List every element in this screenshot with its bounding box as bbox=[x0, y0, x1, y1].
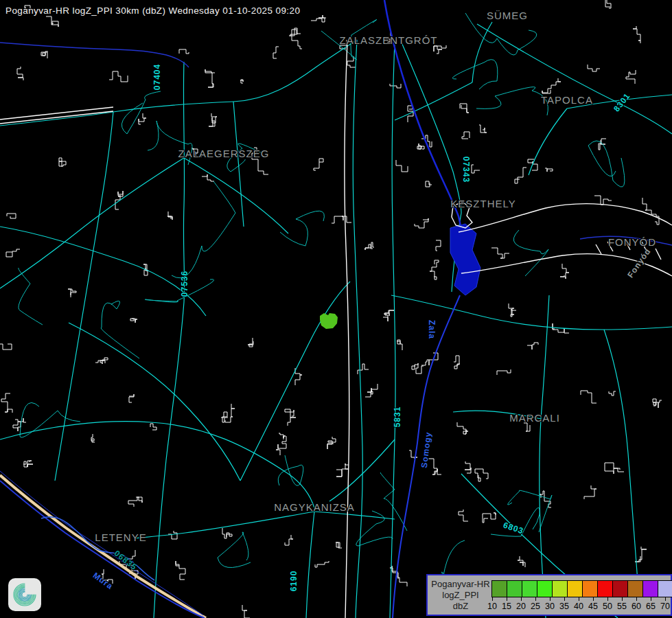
road-number-label: 5831 bbox=[393, 407, 402, 428]
kis-balaton-water bbox=[450, 224, 480, 295]
legend-tick-label: 20 bbox=[516, 602, 526, 611]
legend-swatch bbox=[537, 580, 553, 597]
legend-radar-name: Poganyvar-HR bbox=[429, 579, 492, 590]
city-label: KESZTHELY bbox=[450, 198, 515, 209]
road-number-label: 07404 bbox=[152, 64, 162, 90]
road-number-label: 6190 bbox=[289, 571, 299, 592]
city-label: MARCALI bbox=[509, 412, 560, 424]
city-label: SÜMEG bbox=[487, 10, 528, 21]
legend-tick bbox=[550, 597, 551, 601]
city-label: FONYÓD bbox=[608, 236, 656, 248]
legend-tick-label: 65 bbox=[646, 602, 656, 611]
legend-tick-label: 50 bbox=[603, 602, 612, 611]
legend-swatch bbox=[522, 580, 537, 597]
road-number-label: 07343 bbox=[461, 157, 471, 183]
legend-tick-label: 25 bbox=[531, 602, 540, 611]
legend-tick bbox=[535, 597, 536, 601]
legend-axis: 10152025303540455055606570 bbox=[492, 597, 667, 615]
map-title: Poganyvar-HR logZ_PPI 30km (dbZ) Wednesd… bbox=[5, 5, 300, 16]
legend-swatch bbox=[582, 580, 598, 597]
legend-unit: dbZ bbox=[429, 601, 492, 612]
radar-echo-blob bbox=[320, 313, 338, 329]
legend-tick bbox=[593, 597, 594, 601]
legend-tick bbox=[665, 597, 666, 601]
legend-colorbar bbox=[492, 580, 672, 597]
city-label: LETENYE bbox=[95, 531, 146, 543]
legend-swatch bbox=[491, 580, 507, 597]
legend-swatch bbox=[612, 580, 628, 597]
city-label: NAGYKANIZSA bbox=[274, 501, 355, 513]
legend-swatch bbox=[597, 580, 613, 597]
rivers bbox=[0, 0, 672, 618]
met-spiral-logo bbox=[8, 578, 41, 611]
settlement-outlines bbox=[0, 0, 662, 618]
map-linework bbox=[0, 0, 672, 618]
radar-map-view: Poganyvar-HR logZ_PPI 30km (dbZ) Wednesd… bbox=[0, 0, 672, 618]
legend-tick-label: 45 bbox=[588, 602, 598, 611]
legend-tick bbox=[622, 597, 623, 601]
legend-tick-label: 40 bbox=[574, 602, 583, 611]
legend-swatch bbox=[658, 580, 672, 597]
legend-tick bbox=[492, 597, 493, 601]
spiral-icon bbox=[8, 578, 41, 611]
river-name-label: Zala bbox=[427, 320, 437, 339]
legend-tick bbox=[636, 597, 637, 601]
city-label: ZALAEGERSZEG bbox=[178, 148, 270, 159]
legend-tick-label: 55 bbox=[617, 602, 627, 611]
legend-tick bbox=[507, 597, 507, 601]
city-label: ZALASZENTGRÓT bbox=[339, 34, 437, 46]
legend-swatch bbox=[567, 580, 583, 597]
legend-tick-label: 10 bbox=[487, 602, 497, 611]
legend-tick bbox=[521, 597, 522, 601]
legend-swatch bbox=[642, 580, 658, 597]
legend-tick bbox=[607, 597, 608, 601]
legend-tick-label: 35 bbox=[559, 602, 569, 611]
legend-tick-label: 70 bbox=[660, 602, 670, 611]
legend-swatch bbox=[552, 580, 568, 597]
legend-tick-label: 60 bbox=[632, 602, 641, 611]
legend-tick bbox=[564, 597, 565, 601]
legend-tick bbox=[579, 597, 579, 601]
city-label: TAPOLCA bbox=[541, 94, 593, 106]
legend-swatch bbox=[507, 580, 522, 597]
road-number-label: 07536 bbox=[180, 271, 189, 297]
legend-panel: Poganyvar-HR logZ_PPI dbZ 10152025303540… bbox=[426, 574, 672, 616]
legend-swatch bbox=[627, 580, 643, 597]
legend-tick-label: 15 bbox=[502, 602, 511, 611]
legend-tick-label: 30 bbox=[545, 602, 555, 611]
legend-tick bbox=[651, 597, 651, 601]
legend-product: logZ_PPI bbox=[429, 590, 492, 601]
legend-title: Poganyvar-HR logZ_PPI dbZ bbox=[429, 579, 492, 612]
